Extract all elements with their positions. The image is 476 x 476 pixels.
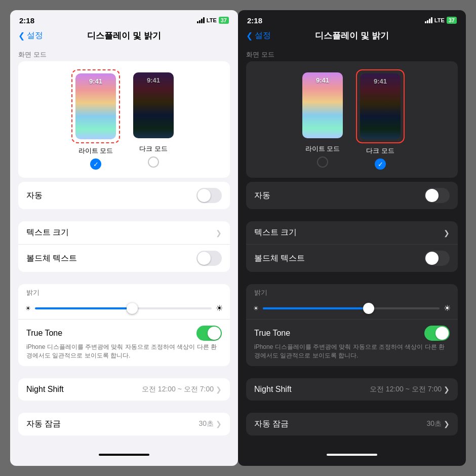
- true-tone-knob-light: [208, 327, 221, 340]
- time-dark: 2:18: [247, 16, 262, 25]
- night-label-dark: Night Shift: [254, 385, 292, 394]
- autolock-row-dark[interactable]: 자동 잠금 30초 ❯: [246, 413, 458, 435]
- dark-mode-radio-light[interactable]: [148, 156, 159, 168]
- light-mode-thumb: 9:41: [75, 73, 116, 139]
- true-tone-toggle-dark[interactable]: [424, 326, 450, 341]
- night-value-dark: 오전 12:00 ~ 오전 7:00 ❯: [370, 385, 450, 394]
- dark-mode-radio-dark[interactable]: ✓: [375, 158, 386, 170]
- true-tone-main-dark: True Tone: [254, 326, 450, 341]
- brightness-row-light: ☀ ☀: [18, 297, 230, 319]
- nav-title-light: 디스플레이 및 밝기: [87, 30, 161, 42]
- night-row-dark[interactable]: Night Shift 오전 12:00 ~ 오전 7:00 ❯: [246, 378, 458, 401]
- light-mode-thumb-dark: 9:41: [302, 72, 343, 138]
- dark-mode-option-dark[interactable]: 9:41 다크 모드 ✓: [356, 69, 405, 170]
- auto-group-dark: 자동: [246, 182, 458, 209]
- bold-toggle-dark[interactable]: [424, 251, 450, 266]
- autolock-chevron-dark: ❯: [444, 420, 450, 428]
- auto-toggle-dark[interactable]: [424, 188, 450, 203]
- light-mode-radio-dark[interactable]: [317, 156, 328, 168]
- text-size-row-dark[interactable]: 텍스트 크기 ❯: [246, 221, 458, 244]
- true-tone-desc-dark: iPhone 디스플레이를 주변광에 맞춰 자동으로 조정하여 색상이 다른 환…: [254, 341, 450, 360]
- bar4: [203, 17, 205, 23]
- brightness-row-dark: ☀ ☀: [246, 297, 458, 319]
- light-phone-panel: 2:18 LTE 37 ❮ 설정 디스플레이 및 밝기: [10, 10, 238, 466]
- true-tone-label-dark: True Tone: [254, 329, 290, 338]
- brightness-section-dark: 밝기 ☀ ☀ True Tone iPh: [246, 284, 458, 366]
- status-icons-light: LTE 37: [197, 17, 229, 24]
- autolock-value-dark: 30초 ❯: [426, 419, 450, 428]
- bar1d: [425, 21, 426, 23]
- battery-badge-dark: 37: [447, 17, 457, 24]
- signal-bars-dark: [425, 17, 432, 23]
- light-mode-option[interactable]: 9:41 라이트 모드 ✓: [71, 69, 120, 170]
- brightness-fill-light: [35, 307, 132, 309]
- text-size-row-light[interactable]: 텍스트 크기 ❯: [18, 221, 230, 244]
- screen-mode-label-light: 화면 모드: [10, 45, 238, 61]
- bar4d: [431, 17, 432, 23]
- true-tone-toggle-light[interactable]: [196, 326, 222, 341]
- brightness-thumb-light[interactable]: [127, 303, 138, 314]
- sun-large-icon-dark: ☀: [444, 303, 451, 313]
- brightness-track-light[interactable]: [35, 307, 212, 309]
- screen-mode-label-dark: 화면 모드: [238, 45, 466, 61]
- true-tone-label-light: True Tone: [26, 329, 62, 338]
- true-tone-row-light: True Tone iPhone 디스플레이를 주변광에 맞춰 자동으로 조정하…: [18, 319, 230, 366]
- bar2d: [427, 20, 428, 23]
- dark-mode-label-light: 다크 모드: [139, 144, 168, 153]
- bold-toggle-knob-dark: [425, 252, 439, 265]
- light-check-icon: ✓: [93, 161, 99, 168]
- auto-label-dark: 자동: [254, 190, 270, 201]
- dark-mode-padding: 9:41: [130, 69, 177, 141]
- bottom-bar-dark: [327, 454, 377, 456]
- back-button-dark[interactable]: ❮ 설정: [246, 30, 271, 41]
- night-chevron-dark: ❯: [444, 385, 450, 393]
- nav-bar-dark: ❮ 설정 디스플레이 및 밝기: [238, 28, 466, 45]
- auto-label-light: 자동: [26, 190, 43, 201]
- brightness-label-dark: 밝기: [246, 284, 458, 297]
- light-mode-radio[interactable]: ✓: [90, 158, 101, 170]
- brightness-thumb-dark[interactable]: [363, 303, 374, 314]
- brightness-label-light: 밝기: [18, 284, 230, 297]
- dark-check-icon: ✓: [378, 161, 383, 168]
- bar1: [197, 21, 199, 23]
- bold-toggle-light[interactable]: [196, 251, 222, 266]
- battery-badge-light: 37: [219, 17, 229, 24]
- back-chevron-dark: ❮: [246, 31, 253, 41]
- auto-toggle-light[interactable]: [196, 188, 222, 203]
- dark-mode-option-light[interactable]: 9:41 다크 모드: [130, 69, 177, 170]
- true-tone-row-dark: True Tone iPhone 디스플레이를 주변광에 맞춰 자동으로 조정하…: [246, 319, 458, 366]
- text-size-chevron-light: ❯: [216, 229, 222, 237]
- back-label-dark: 설정: [255, 30, 271, 41]
- light-mode-label-dark: 라이트 모드: [305, 144, 340, 153]
- content-light: 화면 모드 9:41 라이트 모드 ✓: [10, 45, 238, 450]
- text-size-chevron-dark: ❯: [444, 229, 450, 237]
- status-icons-dark: LTE 37: [425, 17, 457, 24]
- auto-group-light: 자동: [18, 182, 230, 209]
- autolock-group-light: 자동 잠금 30초 ❯: [18, 413, 230, 435]
- back-button-light[interactable]: ❮ 설정: [18, 30, 43, 41]
- dark-mode-thumb-light: 9:41: [133, 72, 174, 138]
- auto-row-dark: 자동: [246, 182, 458, 209]
- sun-large-icon-light: ☀: [216, 303, 223, 313]
- sun-small-icon-light: ☀: [25, 305, 31, 312]
- night-group-dark: Night Shift 오전 12:00 ~ 오전 7:00 ❯: [246, 378, 458, 401]
- true-tone-main-light: True Tone: [26, 326, 222, 341]
- autolock-row-light[interactable]: 자동 잠금 30초 ❯: [18, 413, 230, 435]
- text-group-dark: 텍스트 크기 ❯ 볼드체 텍스트: [246, 221, 458, 272]
- signal-bars-light: [197, 17, 205, 23]
- bottom-indicator-light: [10, 450, 238, 460]
- light-mode-option-dark[interactable]: 9:41 라이트 모드: [299, 69, 346, 170]
- autolock-label-dark: 자동 잠금: [254, 419, 289, 429]
- bold-row-light: 볼드체 텍스트: [18, 244, 230, 272]
- nav-title-dark: 디스플레이 및 밝기: [315, 30, 388, 42]
- light-mode-outline: 9:41: [71, 69, 120, 143]
- bold-label-light: 볼드체 텍스트: [26, 253, 77, 264]
- night-label-light: Night Shift: [26, 385, 64, 394]
- dark-mode-thumb-dark: 9:41: [360, 73, 401, 139]
- night-group-light: Night Shift 오전 12:00 ~ 오전 7:00 ❯: [18, 378, 230, 401]
- night-row-light[interactable]: Night Shift 오전 12:00 ~ 오전 7:00 ❯: [18, 378, 230, 401]
- bar3d: [429, 19, 430, 23]
- bottom-indicator-dark: [238, 450, 466, 460]
- brightness-track-dark[interactable]: [263, 307, 440, 309]
- autolock-chevron-light: ❯: [216, 420, 222, 428]
